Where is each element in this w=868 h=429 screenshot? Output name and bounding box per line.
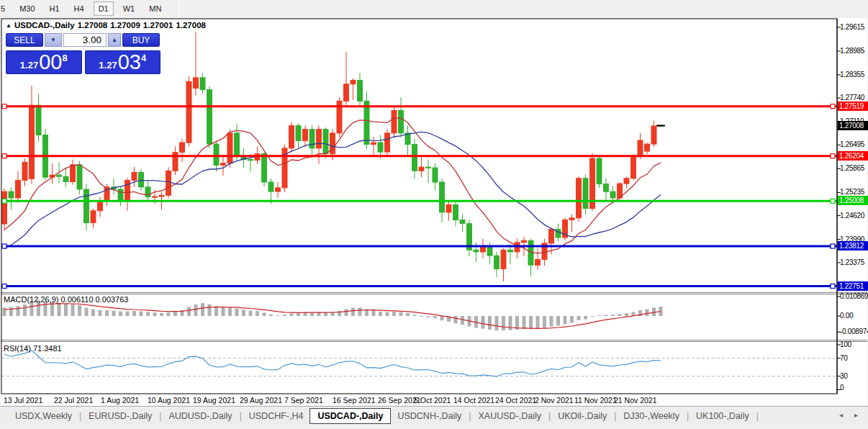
sell-price-prefix: 1.27 (20, 60, 38, 71)
price-level-label: 1.27008 (838, 121, 868, 130)
bar-high: 1.27009 (110, 21, 140, 30)
scale-tick-label: 0 (840, 384, 868, 392)
tab-xauusd-daily[interactable]: XAUUSD-,Daily (471, 408, 548, 424)
scale-tick-label: 30 (840, 372, 868, 380)
tab-dj30-weekly[interactable]: DJ30-,Weekly (617, 408, 686, 424)
rsi-indicator-label: RSI(14) 71.3481 (4, 344, 62, 353)
date-axis-label: 14 Oct 2021 (453, 396, 494, 405)
timeframe-button-h1[interactable]: H1 (45, 1, 65, 16)
tab-audusd-daily[interactable]: AUDUSD-,Daily (162, 408, 238, 424)
timeframe-toolbar: 5M30H1H4D1W1MN (0, 0, 868, 17)
bar-low: 1.27001 (143, 21, 173, 30)
scale-tick-label: 1.28355 (840, 71, 868, 78)
date-axis-label: 16 Sep 2021 (333, 396, 376, 405)
scale-tick-label: 100 (840, 340, 868, 348)
volume-up-icon[interactable]: ▲ (108, 33, 121, 47)
buy-price-prefix: 1.27 (99, 60, 117, 71)
tab-ukoil-daily[interactable]: UKOil-,Daily (551, 408, 613, 424)
tab-usdcnh-daily[interactable]: USDCNH-,Daily (391, 408, 468, 424)
collapse-trade-panel-icon[interactable]: ▲ (6, 22, 12, 29)
tab-separator: | (614, 411, 616, 421)
scale-tick-label: 1.25865 (840, 164, 868, 172)
scale-tick-label: 1.27740 (840, 94, 868, 101)
date-axis-label: 2 Nov 2021 (535, 396, 574, 405)
toolbar-separator (178, 2, 179, 15)
date-axis-label: 5 Oct 2021 (414, 396, 451, 405)
price-level-label: 1.22751 (838, 281, 868, 291)
date-axis-label: 7 Sep 2021 (284, 396, 323, 405)
tab-separator: | (687, 411, 689, 421)
timeframe-button-mn[interactable]: MN (144, 1, 166, 16)
date-axis-label: 1 Aug 2021 (101, 396, 139, 405)
date-axis-label: 22 Jul 2021 (54, 396, 93, 405)
terminal-window: 5M30H1H4D1W1MN ▲USDCAD-,Daily1.270081.27… (0, 0, 868, 429)
symbol-ohlc-line: ▲USDCAD-,Daily1.270081.270091.270011.270… (6, 21, 209, 30)
date-axis-label: 10 Aug 2021 (148, 396, 190, 405)
date-axis-label: 21 Nov 2021 (614, 396, 657, 405)
timeframe-button-d1[interactable]: D1 (94, 1, 114, 16)
scale-tick-label: 1.23375 (840, 258, 868, 266)
buy-button[interactable]: BUY (122, 33, 160, 47)
scale-tick-label: 70 (840, 354, 868, 362)
price-level-label: 1.26204 (838, 151, 868, 161)
scale-tick-label: 0.00 (840, 312, 868, 320)
chart-tab-bar: USDX,Weekly|EURUSD-,Daily|AUDUSD-,Daily|… (0, 406, 868, 425)
one-click-trading-panel: SELL ▼ ▲ BUY 1.27 00 8 1.27 03 4 (6, 33, 161, 75)
sell-price-pip: 8 (62, 53, 67, 63)
tab-separator: | (159, 411, 161, 421)
chart-window (1, 18, 867, 405)
timeframe-button-m30[interactable]: M30 (14, 1, 40, 16)
sell-price-display[interactable]: 1.27 00 8 (6, 50, 82, 74)
tab-separator: | (79, 411, 81, 421)
bar-close: 1.27008 (176, 21, 206, 30)
scale-tick-label: 1.25235 (840, 188, 868, 196)
tab-usdx-weekly[interactable]: USDX,Weekly (9, 408, 78, 424)
price-level-label: 1.23812 (838, 241, 868, 250)
symbol-name: USDCAD-,Daily (14, 21, 75, 30)
bar-open: 1.27008 (78, 21, 108, 30)
macd-indicator-label: MACD(12,26,9) 0.006110 0.003763 (4, 295, 128, 304)
timeframe-button-h4[interactable]: H4 (69, 1, 89, 16)
volume-input[interactable] (63, 33, 107, 47)
tab-usdchf-h4[interactable]: USDCHF-,H4 (243, 408, 310, 424)
price-level-label: 1.25008 (838, 196, 868, 205)
scale-tick-label: 1.28985 (840, 47, 868, 55)
tab-separator: | (469, 411, 471, 421)
timeframe-button-w1[interactable]: W1 (118, 1, 140, 16)
scale-tick-label: 1.24620 (840, 212, 868, 220)
scale-tick-label: -0.008974 (840, 328, 868, 335)
scale-tick-label: 1.26495 (840, 140, 868, 148)
tab-usdcad-daily[interactable]: USDCAD-,Daily (309, 408, 391, 424)
chart-canvas[interactable] (1, 18, 867, 405)
date-axis-label: 19 Aug 2021 (193, 396, 235, 405)
sell-price-main: 00 (39, 52, 62, 73)
scale-tick-label: 0.010869 (840, 292, 868, 300)
tab-uk100-daily[interactable]: UK100-,Daily (690, 408, 756, 424)
date-axis-label: 11 Nov 2021 (574, 396, 617, 405)
tab-separator: | (756, 411, 759, 421)
tab-separator: | (548, 411, 551, 421)
tab-eurusd-daily[interactable]: EURUSD-,Daily (82, 408, 158, 424)
buy-price-main: 03 (118, 52, 141, 73)
date-axis-label: 29 Aug 2021 (240, 396, 282, 405)
tab-separator: | (240, 411, 242, 421)
tab-scroll-right-icon[interactable]: ▸ (854, 411, 858, 419)
volume-dropdown-icon[interactable]: ▼ (45, 33, 62, 47)
date-axis-label: 24 Oct 2021 (495, 396, 536, 405)
tab-scroll-left-icon[interactable]: ◂ (839, 411, 843, 419)
price-level-label: 1.27519 (838, 101, 868, 111)
date-axis-label: 13 Jul 2021 (4, 396, 42, 405)
sell-button[interactable]: SELL (6, 33, 43, 47)
buy-price-pip: 4 (141, 53, 146, 63)
buy-price-display[interactable]: 1.27 03 4 (85, 50, 161, 74)
scale-tick-label: 1.29615 (840, 23, 868, 31)
timeframe-button-5[interactable]: 5 (0, 1, 10, 16)
